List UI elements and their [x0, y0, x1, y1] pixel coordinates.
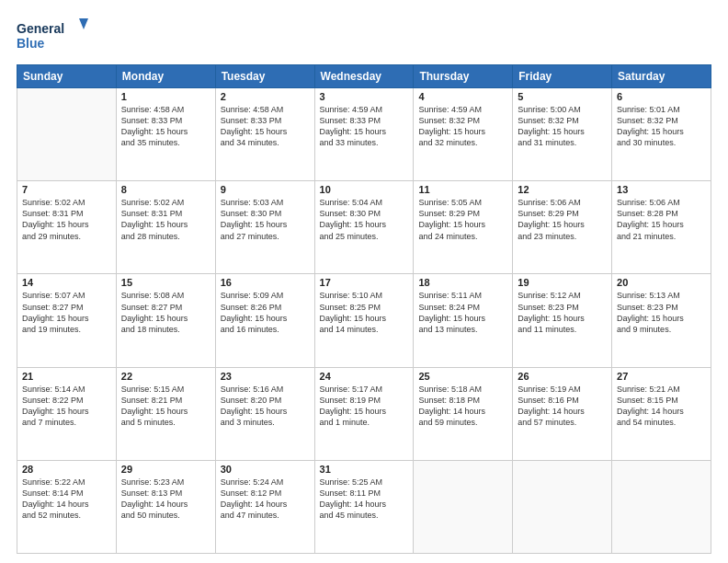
day-content: Sunrise: 5:04 AM Sunset: 8:30 PM Dayligh… [320, 197, 409, 242]
svg-text:General: General [17, 21, 64, 36]
weekday-header-tuesday: Tuesday [215, 65, 314, 88]
calendar-cell [513, 460, 612, 553]
day-number: 5 [518, 91, 607, 102]
calendar-cell: 29Sunrise: 5:23 AM Sunset: 8:13 PM Dayli… [116, 460, 215, 553]
calendar-week-row: 7Sunrise: 5:02 AM Sunset: 8:31 PM Daylig… [17, 181, 711, 274]
calendar-cell: 2Sunrise: 4:58 AM Sunset: 8:33 PM Daylig… [215, 88, 314, 181]
calendar-cell: 28Sunrise: 5:22 AM Sunset: 8:14 PM Dayli… [17, 460, 117, 553]
day-number: 23 [221, 371, 310, 382]
calendar-cell: 16Sunrise: 5:09 AM Sunset: 8:26 PM Dayli… [215, 274, 314, 367]
calendar-cell: 7Sunrise: 5:02 AM Sunset: 8:31 PM Daylig… [17, 181, 117, 274]
calendar-week-row: 14Sunrise: 5:07 AM Sunset: 8:27 PM Dayli… [17, 274, 711, 367]
calendar-cell: 17Sunrise: 5:10 AM Sunset: 8:25 PM Dayli… [314, 274, 414, 367]
calendar-cell [414, 460, 513, 553]
calendar-cell: 12Sunrise: 5:06 AM Sunset: 8:29 PM Dayli… [513, 181, 612, 274]
day-content: Sunrise: 5:05 AM Sunset: 8:29 PM Dayligh… [418, 197, 507, 242]
day-content: Sunrise: 5:16 AM Sunset: 8:20 PM Dayligh… [221, 384, 310, 429]
day-content: Sunrise: 4:59 AM Sunset: 8:33 PM Dayligh… [320, 104, 409, 149]
calendar-cell: 25Sunrise: 5:18 AM Sunset: 8:18 PM Dayli… [414, 367, 513, 460]
calendar-cell: 23Sunrise: 5:16 AM Sunset: 8:20 PM Dayli… [215, 367, 314, 460]
calendar-cell: 9Sunrise: 5:03 AM Sunset: 8:30 PM Daylig… [215, 181, 314, 274]
calendar-cell: 31Sunrise: 5:25 AM Sunset: 8:11 PM Dayli… [314, 460, 414, 553]
day-number: 14 [22, 277, 111, 288]
calendar-cell: 6Sunrise: 5:01 AM Sunset: 8:32 PM Daylig… [612, 88, 711, 181]
weekday-header-thursday: Thursday [414, 65, 513, 88]
day-number: 2 [221, 91, 310, 102]
calendar-cell [17, 88, 117, 181]
weekday-header-saturday: Saturday [612, 65, 711, 88]
day-content: Sunrise: 5:06 AM Sunset: 8:29 PM Dayligh… [518, 197, 607, 242]
day-number: 22 [121, 371, 210, 382]
calendar-cell: 15Sunrise: 5:08 AM Sunset: 8:27 PM Dayli… [116, 274, 215, 367]
day-content: Sunrise: 5:09 AM Sunset: 8:26 PM Dayligh… [221, 290, 310, 335]
day-content: Sunrise: 5:12 AM Sunset: 8:23 PM Dayligh… [518, 290, 607, 335]
day-number: 19 [518, 277, 607, 288]
day-content: Sunrise: 5:23 AM Sunset: 8:13 PM Dayligh… [121, 477, 210, 522]
svg-marker-2 [79, 18, 88, 29]
day-number: 7 [22, 184, 111, 195]
weekday-header-wednesday: Wednesday [314, 65, 414, 88]
calendar-cell: 18Sunrise: 5:11 AM Sunset: 8:24 PM Dayli… [414, 274, 513, 367]
day-content: Sunrise: 4:58 AM Sunset: 8:33 PM Dayligh… [121, 104, 210, 149]
logo-svg: General Blue [17, 17, 90, 55]
calendar-cell: 13Sunrise: 5:06 AM Sunset: 8:28 PM Dayli… [612, 181, 711, 274]
header: General Blue [17, 17, 711, 55]
day-content: Sunrise: 5:01 AM Sunset: 8:32 PM Dayligh… [617, 104, 706, 149]
day-content: Sunrise: 5:02 AM Sunset: 8:31 PM Dayligh… [22, 197, 111, 242]
calendar-cell: 24Sunrise: 5:17 AM Sunset: 8:19 PM Dayli… [314, 367, 414, 460]
calendar-cell: 3Sunrise: 4:59 AM Sunset: 8:33 PM Daylig… [314, 88, 414, 181]
calendar-cell: 20Sunrise: 5:13 AM Sunset: 8:23 PM Dayli… [612, 274, 711, 367]
day-number: 31 [320, 464, 409, 475]
day-content: Sunrise: 5:25 AM Sunset: 8:11 PM Dayligh… [320, 477, 409, 522]
calendar-cell: 27Sunrise: 5:21 AM Sunset: 8:15 PM Dayli… [612, 367, 711, 460]
calendar-cell: 10Sunrise: 5:04 AM Sunset: 8:30 PM Dayli… [314, 181, 414, 274]
day-content: Sunrise: 5:10 AM Sunset: 8:25 PM Dayligh… [320, 290, 409, 335]
day-number: 13 [617, 184, 706, 195]
day-number: 30 [221, 464, 310, 475]
day-content: Sunrise: 5:19 AM Sunset: 8:16 PM Dayligh… [518, 384, 607, 429]
weekday-header-monday: Monday [116, 65, 215, 88]
logo: General Blue [17, 17, 90, 55]
calendar-cell: 5Sunrise: 5:00 AM Sunset: 8:32 PM Daylig… [513, 88, 612, 181]
day-number: 6 [617, 91, 706, 102]
day-content: Sunrise: 5:08 AM Sunset: 8:27 PM Dayligh… [121, 290, 210, 335]
day-number: 12 [518, 184, 607, 195]
day-number: 15 [121, 277, 210, 288]
day-number: 17 [320, 277, 409, 288]
calendar-cell: 8Sunrise: 5:02 AM Sunset: 8:31 PM Daylig… [116, 181, 215, 274]
day-content: Sunrise: 5:07 AM Sunset: 8:27 PM Dayligh… [22, 290, 111, 335]
day-content: Sunrise: 4:58 AM Sunset: 8:33 PM Dayligh… [221, 104, 310, 149]
day-number: 25 [418, 371, 507, 382]
day-number: 24 [320, 371, 409, 382]
calendar-cell [612, 460, 711, 553]
calendar-cell: 19Sunrise: 5:12 AM Sunset: 8:23 PM Dayli… [513, 274, 612, 367]
day-content: Sunrise: 5:00 AM Sunset: 8:32 PM Dayligh… [518, 104, 607, 149]
weekday-header-sunday: Sunday [17, 65, 117, 88]
calendar-cell: 11Sunrise: 5:05 AM Sunset: 8:29 PM Dayli… [414, 181, 513, 274]
calendar-week-row: 21Sunrise: 5:14 AM Sunset: 8:22 PM Dayli… [17, 367, 711, 460]
day-number: 26 [518, 371, 607, 382]
weekday-header-friday: Friday [513, 65, 612, 88]
day-number: 10 [320, 184, 409, 195]
day-number: 3 [320, 91, 409, 102]
day-content: Sunrise: 5:21 AM Sunset: 8:15 PM Dayligh… [617, 384, 706, 429]
day-number: 21 [22, 371, 111, 382]
calendar-cell: 1Sunrise: 4:58 AM Sunset: 8:33 PM Daylig… [116, 88, 215, 181]
calendar-week-row: 1Sunrise: 4:58 AM Sunset: 8:33 PM Daylig… [17, 88, 711, 181]
day-content: Sunrise: 5:17 AM Sunset: 8:19 PM Dayligh… [320, 384, 409, 429]
day-number: 18 [418, 277, 507, 288]
svg-text:Blue: Blue [17, 36, 45, 51]
day-content: Sunrise: 4:59 AM Sunset: 8:32 PM Dayligh… [418, 104, 507, 149]
day-number: 16 [221, 277, 310, 288]
calendar-cell: 22Sunrise: 5:15 AM Sunset: 8:21 PM Dayli… [116, 367, 215, 460]
calendar-cell: 30Sunrise: 5:24 AM Sunset: 8:12 PM Dayli… [215, 460, 314, 553]
day-number: 1 [121, 91, 210, 102]
day-number: 20 [617, 277, 706, 288]
day-content: Sunrise: 5:13 AM Sunset: 8:23 PM Dayligh… [617, 290, 706, 335]
day-content: Sunrise: 5:15 AM Sunset: 8:21 PM Dayligh… [121, 384, 210, 429]
calendar-cell: 21Sunrise: 5:14 AM Sunset: 8:22 PM Dayli… [17, 367, 117, 460]
day-content: Sunrise: 5:24 AM Sunset: 8:12 PM Dayligh… [221, 477, 310, 522]
page: General Blue SundayMondayTuesdayWednesda… [0, 0, 728, 563]
day-content: Sunrise: 5:11 AM Sunset: 8:24 PM Dayligh… [418, 290, 507, 335]
day-number: 11 [418, 184, 507, 195]
